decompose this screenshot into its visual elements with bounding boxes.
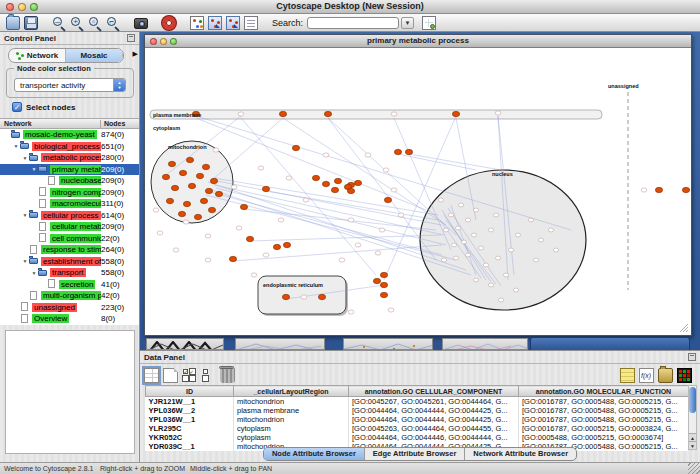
background-window-fragment[interactable]	[530, 337, 690, 351]
heatmap-icon[interactable]	[677, 368, 692, 383]
new-attribute-icon[interactable]	[163, 368, 178, 383]
gene-node	[251, 273, 257, 277]
scroll-up-icon[interactable]: ▲	[689, 433, 696, 441]
tab-edge-attribute-browser[interactable]: Edge Attribute Browser	[365, 448, 465, 460]
tree-header: Network Nodes	[0, 118, 139, 129]
color-attribute-dropdown[interactable]: transporter activity ▲▼	[14, 78, 126, 92]
control-panel-title-text: Control Panel	[4, 34, 56, 43]
tree-item[interactable]: macromolecule311(0)	[0, 198, 139, 210]
column-header[interactable]: ID	[146, 386, 234, 397]
selected-gene-node	[324, 111, 331, 116]
column-header[interactable]: annotation.GO CELLULAR_COMPONENT	[349, 386, 519, 397]
tree-item[interactable]: nucleobase-containing209(0)	[0, 175, 139, 187]
select-attributes-icon[interactable]	[182, 368, 197, 383]
tab-overflow-arrow[interactable]: ▶	[133, 50, 138, 58]
select-nodes-checkbox[interactable]: ✓	[12, 102, 22, 112]
annotation-icon[interactable]	[244, 16, 258, 30]
tree-item-label: transport	[50, 268, 86, 277]
birdseye-view-panel[interactable]	[5, 330, 135, 454]
tab-node-attribute-browser[interactable]: Node Attribute Browser	[264, 448, 365, 460]
background-window-fragment[interactable]	[442, 338, 528, 350]
tree-item[interactable]: ▼metabolic process280(0)	[0, 152, 139, 164]
resize-grip[interactable]	[688, 462, 700, 474]
tree-item[interactable]: multi-organism process42(0)	[0, 290, 139, 302]
expand-arrow-icon[interactable]: ▼	[30, 166, 38, 172]
tree-item[interactable]: secretion41(0)	[0, 279, 139, 291]
tree-item[interactable]: ▼cellular process614(0)	[0, 210, 139, 222]
network-graph[interactable]: plasma membranecytoplasmmitochondrionnuc…	[146, 48, 690, 335]
table-row[interactable]: YPL036W__1mitochondrion[GO:0044464, GO:0…	[146, 415, 689, 424]
search-dropdown-button[interactable]: ▼	[401, 17, 414, 29]
tree-item[interactable]: cellular metabolic209(0)	[0, 221, 139, 233]
expand-arrow-icon[interactable]: ▼	[21, 212, 29, 218]
tree-item[interactable]: response to stimulus264(0)	[0, 244, 139, 256]
help-icon[interactable]	[162, 16, 176, 30]
zoom-selected-icon[interactable]	[88, 16, 102, 30]
tab-network[interactable]: Network	[9, 49, 66, 62]
attribute-table-icon[interactable]	[144, 368, 159, 383]
save-session-icon[interactable]	[24, 16, 38, 30]
network-canvas[interactable]: plasma membranecytoplasmmitochondrionnuc…	[146, 48, 690, 335]
expand-arrow-icon[interactable]: ▼	[21, 258, 29, 264]
zoom-in-icon[interactable]	[70, 16, 84, 30]
tree-item[interactable]: ▼establishment of localization558(0)	[0, 256, 139, 268]
column-header[interactable]: _cellularLayoutRegion	[234, 386, 349, 397]
column-header[interactable]: annotation.GO MOLECULAR_FUNCTION	[519, 386, 689, 397]
background-window-fragment[interactable]	[146, 338, 224, 350]
overview-panel-icon[interactable]	[190, 16, 204, 30]
float-panel-icon[interactable]	[127, 34, 135, 42]
notes-icon[interactable]	[620, 368, 635, 383]
formula-icon[interactable]	[639, 368, 654, 383]
tree-item[interactable]: unassigned223(0)	[0, 302, 139, 314]
expand-arrow-icon[interactable]: ▼	[21, 155, 29, 161]
tree-item[interactable]: ▼biological_process651(0)	[0, 141, 139, 153]
expand-arrow-icon[interactable]: ▼	[30, 270, 38, 276]
network-view-window[interactable]: primary metabolic process plasma membran…	[144, 34, 692, 336]
selected-gene-node	[240, 204, 247, 209]
zoom-fit-icon[interactable]	[106, 16, 120, 30]
nucleus-label: nucleus	[492, 171, 513, 177]
network-window-titlebar[interactable]: primary metabolic process	[145, 35, 691, 48]
float-panel-icon[interactable]	[688, 353, 696, 361]
zoom-out-icon[interactable]	[52, 16, 66, 30]
background-window-fragment[interactable]	[343, 338, 433, 350]
tree-item[interactable]: nitrogen compound209(0)	[0, 187, 139, 199]
tree-item[interactable]: cell communication22(0)	[0, 233, 139, 245]
open-attributes-icon[interactable]	[658, 368, 673, 383]
tree-item-label: secretion	[59, 280, 95, 289]
network-tree[interactable]: mosaic-demo-yeast874(0)▼biological_proce…	[0, 129, 139, 325]
table-row[interactable]: YJR121W__1mitochondrion[GO:0045267, GO:0…	[146, 397, 689, 407]
delete-attribute-icon[interactable]	[220, 368, 235, 383]
tab-mosaic-label: Mosaic	[80, 51, 107, 60]
tree-item[interactable]: ▼transport558(0)	[0, 267, 139, 279]
tab-mosaic[interactable]: Mosaic	[66, 49, 123, 62]
import-table-icon[interactable]	[422, 16, 436, 30]
file-icon	[38, 234, 49, 242]
tree-item[interactable]: mosaic-demo-yeast874(0)	[0, 129, 139, 141]
tree-header-network[interactable]: Network	[4, 120, 32, 127]
background-window-fragment[interactable]	[235, 338, 325, 350]
snapshot-icon[interactable]	[134, 18, 148, 29]
unselect-attributes-icon[interactable]	[201, 368, 216, 383]
tab-network-attribute-browser[interactable]: Network Attribute Browser	[465, 448, 576, 460]
search-input[interactable]	[307, 17, 399, 29]
tree-item[interactable]: ▼primary metabolic process209(0)	[0, 164, 139, 176]
tree-header-nodes[interactable]: Nodes	[100, 120, 125, 129]
table-row[interactable]: YPL036W__2plasma membrane[GO:0044464, GO…	[146, 406, 689, 415]
table-row[interactable]: YKR052Ccytoplasm[GO:0044464, GO:0044446,…	[146, 433, 689, 442]
gene-node	[473, 278, 478, 282]
selected-gene-node	[273, 244, 280, 249]
attribute-table[interactable]: ID_cellularLayoutRegionannotation.GO CEL…	[145, 385, 689, 451]
file-icon	[20, 315, 31, 323]
apply-layout-b-icon[interactable]	[226, 16, 240, 30]
tree-item-node-count: 209(0)	[101, 176, 139, 185]
table-scrollbar[interactable]: ▲ ▼	[688, 385, 697, 450]
cytoplasm-label: cytoplasm	[153, 125, 180, 131]
open-file-icon[interactable]	[6, 16, 20, 30]
scrollbar-thumb[interactable]	[689, 387, 696, 413]
apply-layout-a-icon[interactable]	[208, 16, 222, 30]
table-row[interactable]: YLR295Ccytoplasm[GO:0045263, GO:0044464,…	[146, 424, 689, 433]
tree-item[interactable]: Overview8(0)	[0, 313, 139, 325]
gene-node	[157, 231, 163, 235]
expand-arrow-icon[interactable]: ▼	[12, 143, 20, 149]
